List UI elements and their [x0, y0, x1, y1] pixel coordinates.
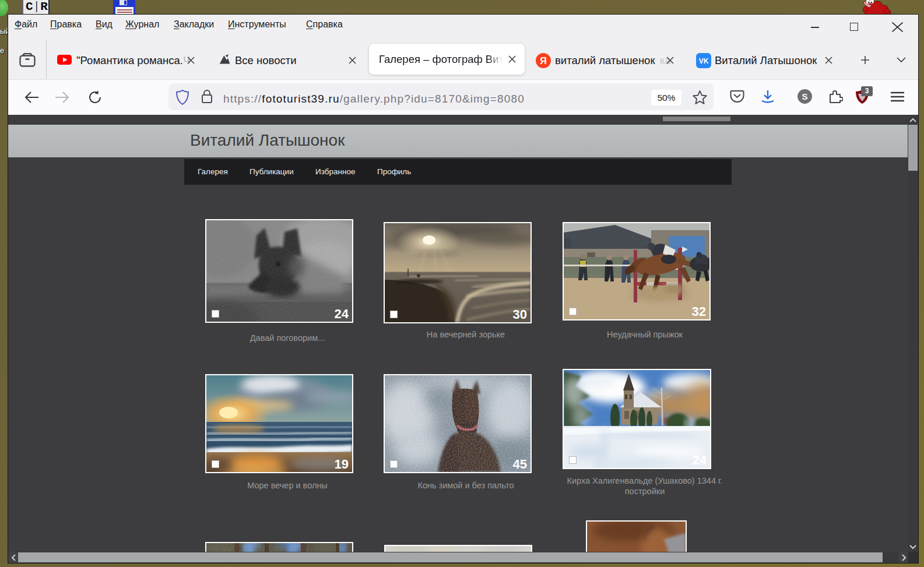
svg-text:Я: Я: [540, 56, 547, 66]
svg-text:VK: VK: [699, 57, 709, 65]
